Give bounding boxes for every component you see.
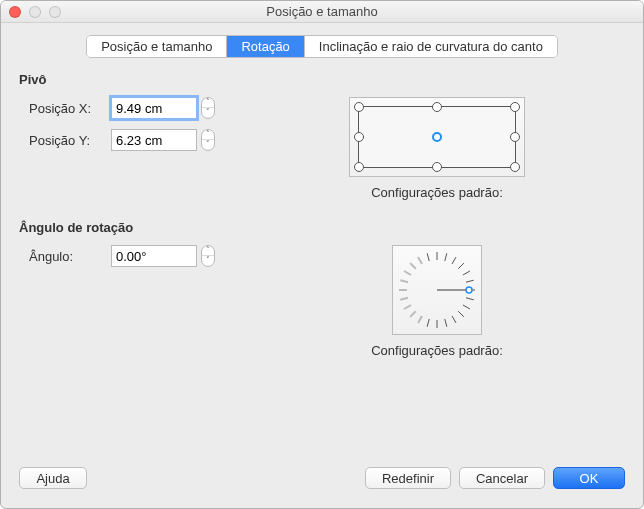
pivot-handle-center[interactable] [432, 132, 442, 142]
content: Posição e tamanho Rotação Inclinação e r… [1, 23, 643, 358]
pivot-handle-top-left[interactable] [354, 102, 364, 112]
titlebar: Posição e tamanho [1, 1, 643, 23]
field-position-y: Posição Y: ˄ ˅ [19, 129, 249, 151]
svg-point-25 [466, 287, 472, 293]
svg-line-3 [458, 263, 464, 269]
svg-line-15 [410, 311, 416, 317]
rotation-dial[interactable] [392, 245, 482, 335]
pivot-handle-top-center[interactable] [432, 102, 442, 112]
spin-position-y: ˄ ˅ [111, 129, 215, 151]
field-angle: Ângulo: ˄ ˅ [19, 245, 249, 267]
svg-line-5 [445, 253, 447, 261]
svg-line-17 [427, 319, 429, 327]
dialog-window: Posição e tamanho Posição e tamanho Rota… [0, 0, 644, 509]
pivot-fields: Posição X: ˄ ˅ Posição Y: [19, 97, 249, 161]
ok-button[interactable]: OK [553, 467, 625, 489]
svg-line-14 [404, 305, 411, 309]
minimize-icon[interactable] [29, 6, 41, 18]
chevron-down-icon[interactable]: ˅ [202, 108, 214, 118]
tabbar-container: Posição e tamanho Rotação Inclinação e r… [19, 35, 625, 58]
tab-rotation[interactable]: Rotação [227, 36, 304, 57]
svg-line-9 [410, 263, 416, 269]
chevron-up-icon[interactable]: ˄ [202, 130, 214, 140]
rotation-diagram-wrap: Configurações padrão: [249, 245, 625, 358]
svg-line-8 [418, 257, 422, 264]
svg-line-21 [458, 311, 464, 317]
spin-angle: ˄ ˅ [111, 245, 215, 267]
maximize-icon[interactable] [49, 6, 61, 18]
section-rotation: Ângulo de rotação Ângulo: ˄ ˅ [19, 220, 625, 358]
field-position-x: Posição X: ˄ ˅ [19, 97, 249, 119]
rotation-title: Ângulo de rotação [19, 220, 625, 235]
pivot-diagram-wrap: Configurações padrão: [249, 97, 625, 200]
chevron-up-icon[interactable]: ˄ [202, 246, 214, 256]
button-bar: Ajuda Redefinir Cancelar OK [1, 460, 643, 508]
spin-position-x: ˄ ˅ [111, 97, 215, 119]
svg-line-22 [463, 305, 470, 309]
dial-icon [397, 250, 477, 330]
tab-slant-corner[interactable]: Inclinação e raio de curvatura do canto [305, 36, 557, 57]
window-controls [9, 6, 61, 18]
svg-line-10 [404, 271, 411, 275]
section-pivot: Pivô Posição X: ˄ ˅ Posi [19, 72, 625, 200]
svg-line-1 [466, 280, 474, 282]
input-angle[interactable] [111, 245, 197, 267]
reset-button[interactable]: Redefinir [365, 467, 451, 489]
stepper-position-y[interactable]: ˄ ˅ [201, 129, 215, 151]
help-button[interactable]: Ajuda [19, 467, 87, 489]
input-position-y[interactable] [111, 129, 197, 151]
pivot-diagram[interactable] [349, 97, 525, 177]
svg-line-7 [427, 253, 429, 261]
svg-line-20 [452, 316, 456, 323]
label-position-x: Posição X: [29, 101, 111, 116]
pivot-handle-middle-left[interactable] [354, 132, 364, 142]
chevron-down-icon[interactable]: ˅ [202, 140, 214, 150]
chevron-down-icon[interactable]: ˅ [202, 256, 214, 266]
svg-line-11 [400, 280, 408, 282]
svg-line-23 [466, 298, 474, 300]
pivot-handle-middle-right[interactable] [510, 132, 520, 142]
pivot-handle-bottom-left[interactable] [354, 162, 364, 172]
stepper-angle[interactable]: ˄ ˅ [201, 245, 215, 267]
rotation-fields: Ângulo: ˄ ˅ [19, 245, 249, 277]
close-icon[interactable] [9, 6, 21, 18]
tab-position-size[interactable]: Posição e tamanho [87, 36, 227, 57]
stepper-position-x[interactable]: ˄ ˅ [201, 97, 215, 119]
svg-line-13 [400, 298, 408, 300]
pivot-handle-top-right[interactable] [510, 102, 520, 112]
pivot-caption: Configurações padrão: [249, 185, 625, 200]
pivot-title: Pivô [19, 72, 625, 87]
pivot-rect [358, 106, 516, 168]
svg-line-4 [452, 257, 456, 264]
svg-line-16 [418, 316, 422, 323]
tabbar: Posição e tamanho Rotação Inclinação e r… [86, 35, 558, 58]
pivot-handle-bottom-center[interactable] [432, 162, 442, 172]
label-position-y: Posição Y: [29, 133, 111, 148]
chevron-up-icon[interactable]: ˄ [202, 98, 214, 108]
input-position-x[interactable] [111, 97, 197, 119]
cancel-button[interactable]: Cancelar [459, 467, 545, 489]
window-title: Posição e tamanho [1, 4, 643, 19]
label-angle: Ângulo: [29, 249, 111, 264]
pivot-handle-bottom-right[interactable] [510, 162, 520, 172]
rotation-caption: Configurações padrão: [249, 343, 625, 358]
svg-line-19 [445, 319, 447, 327]
svg-line-2 [463, 271, 470, 275]
